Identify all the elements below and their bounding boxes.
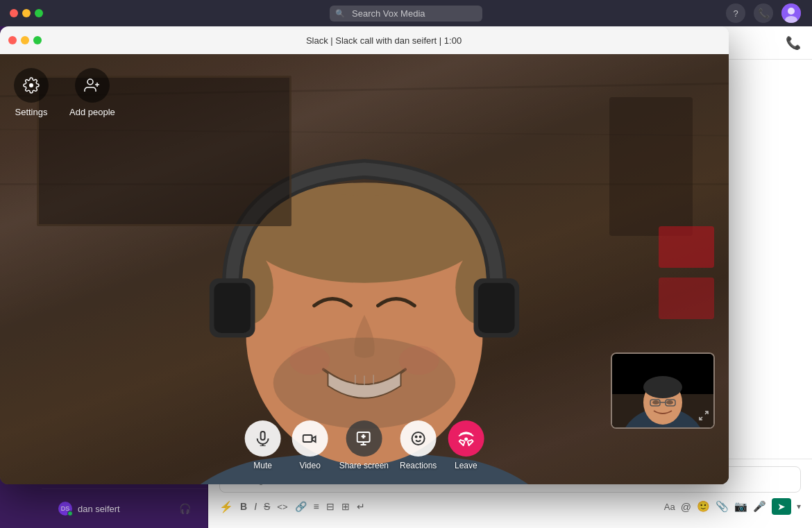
svg-point-30: [87, 79, 93, 85]
reactions-icon: [411, 431, 426, 446]
self-view-expand-icon[interactable]: [698, 410, 709, 423]
call-overlay-controls: Settings Add people: [14, 68, 115, 117]
font-size-icon[interactable]: Aa: [664, 502, 675, 512]
strikethrough-icon[interactable]: S: [264, 501, 270, 512]
dm-actions: 🎧: [179, 503, 191, 514]
mute-icon: [255, 431, 271, 446]
global-search[interactable]: Search Vox Media: [330, 6, 482, 22]
send-button[interactable]: ➤: [772, 498, 791, 515]
minimize-button[interactable]: [22, 9, 31, 17]
dm-name: dan seifert: [78, 504, 120, 514]
settings-label: Settings: [15, 107, 48, 117]
mute-label: Mute: [253, 461, 272, 470]
svg-point-52: [416, 436, 417, 438]
bold-icon[interactable]: B: [240, 501, 247, 512]
titlebar: 🔍 Search Vox Media ? 📞: [0, 0, 812, 26]
svg-point-51: [412, 432, 425, 445]
leave-icon: [458, 431, 473, 446]
leave-button[interactable]: Leave: [448, 420, 484, 470]
message-toolbar: ⚡ B I S <> 🔗 ≡ ⊟ ⊞ ↵ Aa @ 🙂 📎 📷 🎤 ➤: [219, 498, 801, 515]
svg-point-28: [289, 346, 330, 375]
italic-icon[interactable]: I: [254, 501, 257, 512]
code-icon[interactable]: <>: [277, 502, 287, 512]
call-title-text: Slack | Slack call with dan seifert | 1:…: [47, 35, 720, 46]
close-button[interactable]: [10, 9, 18, 17]
send-chevron[interactable]: ▾: [797, 502, 801, 511]
svg-rect-21: [214, 283, 251, 333]
settings-icon-bg: [14, 68, 49, 103]
add-people-label: Add people: [69, 107, 115, 117]
dm-dan-seifert[interactable]: DS dan seifert 🎧: [53, 497, 196, 520]
svg-point-1: [788, 8, 795, 15]
indent-icon[interactable]: ⊞: [341, 501, 350, 512]
user-avatar[interactable]: [781, 3, 801, 23]
reactions-button[interactable]: Reactions: [400, 420, 437, 470]
avatar-image: [781, 3, 801, 23]
svg-rect-23: [478, 283, 515, 333]
call-maximize-button[interactable]: [33, 36, 42, 44]
svg-rect-44: [261, 432, 265, 440]
leave-label: Leave: [455, 461, 477, 470]
svg-point-29: [399, 346, 439, 375]
titlebar-center: 🔍 Search Vox Media: [330, 6, 482, 22]
left-panel-bottom: DS dan seifert 🎧: [42, 488, 208, 528]
reactions-icon-bg: [400, 420, 437, 457]
add-people-icon-bg: [75, 68, 110, 103]
settings-icon: [23, 77, 40, 94]
call-icon[interactable]: 📞: [754, 3, 773, 23]
add-people-control[interactable]: Add people: [69, 68, 115, 117]
leave-icon-bg: [448, 420, 484, 457]
unordered-list-icon[interactable]: ⊟: [326, 501, 335, 512]
traffic-lights: [0, 9, 43, 17]
search-placeholder: Search Vox Media: [352, 8, 425, 19]
video-area: Settings Add people: [0, 54, 729, 484]
titlebar-right: ? 📞: [726, 3, 801, 23]
phone-icon: 📞: [758, 8, 770, 19]
attachment-icon[interactable]: 📎: [716, 500, 729, 513]
main-layout: FD IWO + Vox Media ▾: [0, 26, 812, 528]
bg-shelf: [609, 97, 693, 236]
call-header-icon[interactable]: 📞: [786, 35, 801, 51]
help-button[interactable]: ?: [726, 3, 745, 23]
share-screen-button[interactable]: Share screen: [339, 420, 389, 470]
call-titlebar: Slack | Slack call with dan seifert | 1:…: [0, 26, 729, 54]
self-view-thumbnail: [611, 352, 715, 429]
dm-avatar-wrapper: DS: [58, 502, 72, 516]
call-close-button[interactable]: [8, 36, 17, 44]
svg-point-40: [666, 400, 673, 404]
add-people-icon: [84, 77, 101, 94]
block-icon[interactable]: ↵: [357, 501, 365, 512]
emoji-icon[interactable]: 🙂: [697, 500, 710, 513]
video-label: Video: [299, 461, 320, 470]
svg-rect-47: [303, 435, 312, 442]
link-icon[interactable]: 🔗: [295, 501, 307, 512]
svg-point-38: [643, 376, 682, 398]
share-icon-bg: [346, 420, 382, 457]
reactions-label: Reactions: [400, 461, 437, 470]
maximize-button[interactable]: [35, 9, 43, 17]
video-icon-bg: [292, 420, 328, 457]
ordered-list-icon[interactable]: ≡: [314, 501, 319, 512]
audio-icon[interactable]: 🎤: [753, 500, 766, 513]
mute-button[interactable]: Mute: [245, 420, 281, 470]
share-label: Share screen: [339, 461, 389, 470]
settings-control[interactable]: Settings: [14, 68, 49, 117]
call-minimize-button[interactable]: [21, 36, 29, 44]
mention-icon[interactable]: @: [681, 501, 691, 513]
self-view-bg: [612, 354, 713, 427]
main-content: dan seifert ▾ 📞 Slack | Slack call with …: [208, 26, 812, 528]
bg-box-red: [659, 226, 714, 268]
call-controls-bar: Mute Video: [245, 420, 484, 470]
mute-icon-bg: [245, 420, 281, 457]
share-icon: [356, 431, 371, 446]
svg-point-53: [420, 436, 421, 438]
channel-header-right: 📞: [786, 35, 801, 51]
message-send-area: Aa @ 🙂 📎 📷 🎤 ➤ ▾: [664, 498, 801, 515]
lightning-icon[interactable]: ⚡: [219, 500, 233, 513]
video-message-icon[interactable]: 📷: [734, 500, 747, 513]
svg-point-54: [465, 438, 467, 441]
svg-point-39: [652, 400, 659, 404]
video-button[interactable]: Video: [292, 420, 328, 470]
headphone-icon: 🎧: [179, 503, 191, 514]
bg-box-red-2: [659, 278, 714, 319]
